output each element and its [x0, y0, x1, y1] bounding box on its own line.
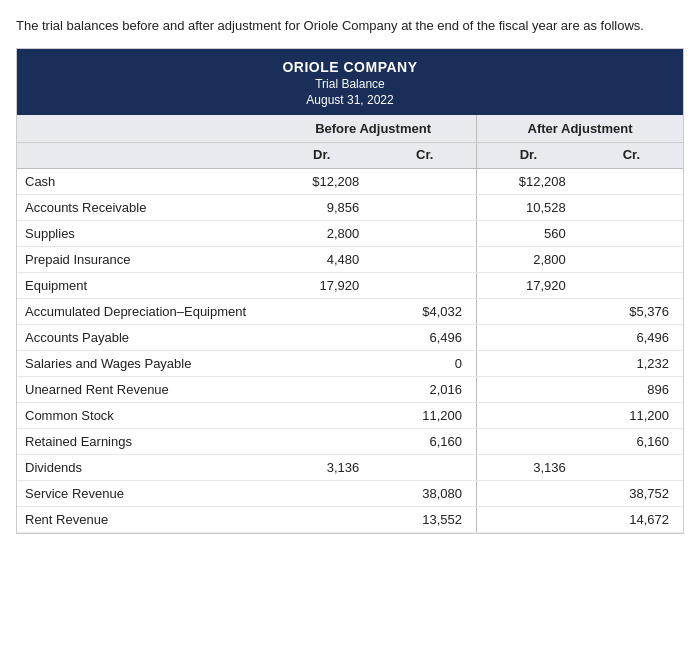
table-header: ORIOLE COMPANY Trial Balance August 31, … — [17, 49, 683, 115]
table-row: Accounts Payable6,4966,496 — [17, 324, 683, 350]
row-label: Accounts Payable — [17, 324, 270, 350]
before-cr-cell — [373, 220, 476, 246]
table-row: Accumulated Depreciation–Equipment$4,032… — [17, 298, 683, 324]
after-adjustment-header: After Adjustment — [477, 115, 683, 143]
before-cr-cell: $4,032 — [373, 298, 476, 324]
after-dr-cell: 560 — [477, 220, 580, 246]
after-cr-cell: $5,376 — [580, 298, 683, 324]
before-cr-cell: 0 — [373, 350, 476, 376]
before-cr-cell: 11,200 — [373, 402, 476, 428]
company-name: ORIOLE COMPANY — [17, 59, 683, 75]
table-row: Cash$12,208$12,208 — [17, 168, 683, 194]
after-dr-cell: 17,920 — [477, 272, 580, 298]
report-title: Trial Balance — [17, 77, 683, 91]
table-row: Retained Earnings6,1606,160 — [17, 428, 683, 454]
before-dr-cell — [270, 506, 373, 532]
before-cr-header: Cr. — [373, 142, 476, 168]
before-dr-cell — [270, 480, 373, 506]
after-dr-cell: 2,800 — [477, 246, 580, 272]
after-dr-cell — [477, 298, 580, 324]
after-dr-cell — [477, 324, 580, 350]
after-dr-cell — [477, 480, 580, 506]
row-label: Unearned Rent Revenue — [17, 376, 270, 402]
before-dr-cell: $12,208 — [270, 168, 373, 194]
row-label: Prepaid Insurance — [17, 246, 270, 272]
label-header-cell — [17, 115, 270, 143]
intro-text: The trial balances before and after adju… — [16, 16, 684, 36]
dr-cr-header-row: Dr. Cr. Dr. Cr. — [17, 142, 683, 168]
dr-cr-label-spacer — [17, 142, 270, 168]
row-label: Accumulated Depreciation–Equipment — [17, 298, 270, 324]
row-label: Retained Earnings — [17, 428, 270, 454]
table-row: Service Revenue38,08038,752 — [17, 480, 683, 506]
trial-balance-table: ORIOLE COMPANY Trial Balance August 31, … — [16, 48, 684, 534]
before-dr-cell: 4,480 — [270, 246, 373, 272]
before-dr-cell — [270, 428, 373, 454]
before-dr-cell: 9,856 — [270, 194, 373, 220]
before-cr-cell: 6,160 — [373, 428, 476, 454]
table-row: Accounts Receivable9,85610,528 — [17, 194, 683, 220]
after-cr-cell — [580, 194, 683, 220]
column-group-header-row: Before Adjustment After Adjustment — [17, 115, 683, 143]
after-cr-cell: 896 — [580, 376, 683, 402]
after-cr-cell — [580, 168, 683, 194]
after-dr-cell — [477, 506, 580, 532]
after-dr-cell — [477, 350, 580, 376]
row-label: Cash — [17, 168, 270, 194]
before-cr-cell: 38,080 — [373, 480, 476, 506]
before-cr-cell: 6,496 — [373, 324, 476, 350]
row-label: Salaries and Wages Payable — [17, 350, 270, 376]
before-dr-cell: 17,920 — [270, 272, 373, 298]
before-dr-cell — [270, 376, 373, 402]
before-adjustment-header: Before Adjustment — [270, 115, 476, 143]
after-cr-cell: 38,752 — [580, 480, 683, 506]
report-date: August 31, 2022 — [17, 93, 683, 107]
before-dr-cell — [270, 324, 373, 350]
before-dr-cell — [270, 350, 373, 376]
row-label: Supplies — [17, 220, 270, 246]
table-row: Salaries and Wages Payable01,232 — [17, 350, 683, 376]
row-label: Dividends — [17, 454, 270, 480]
table-row: Equipment17,92017,920 — [17, 272, 683, 298]
table-row: Unearned Rent Revenue2,016896 — [17, 376, 683, 402]
after-dr-cell — [477, 402, 580, 428]
after-cr-cell: 6,496 — [580, 324, 683, 350]
row-label: Rent Revenue — [17, 506, 270, 532]
after-cr-cell: 1,232 — [580, 350, 683, 376]
table-row: Dividends3,1363,136 — [17, 454, 683, 480]
before-dr-cell — [270, 402, 373, 428]
after-cr-cell: 11,200 — [580, 402, 683, 428]
table-row: Common Stock11,20011,200 — [17, 402, 683, 428]
after-cr-cell — [580, 246, 683, 272]
after-dr-header: Dr. — [477, 142, 580, 168]
table-row: Rent Revenue13,55214,672 — [17, 506, 683, 532]
table-row: Supplies2,800560 — [17, 220, 683, 246]
row-label: Equipment — [17, 272, 270, 298]
before-dr-header: Dr. — [270, 142, 373, 168]
before-dr-cell: 3,136 — [270, 454, 373, 480]
before-cr-cell — [373, 168, 476, 194]
after-cr-header: Cr. — [580, 142, 683, 168]
row-label: Common Stock — [17, 402, 270, 428]
table-row: Prepaid Insurance4,4802,800 — [17, 246, 683, 272]
after-cr-cell: 14,672 — [580, 506, 683, 532]
before-cr-cell — [373, 272, 476, 298]
row-label: Service Revenue — [17, 480, 270, 506]
after-dr-cell: 3,136 — [477, 454, 580, 480]
after-cr-cell — [580, 454, 683, 480]
before-cr-cell — [373, 194, 476, 220]
after-cr-cell — [580, 272, 683, 298]
before-cr-cell: 13,552 — [373, 506, 476, 532]
after-dr-cell: 10,528 — [477, 194, 580, 220]
before-cr-cell — [373, 454, 476, 480]
row-label: Accounts Receivable — [17, 194, 270, 220]
after-cr-cell: 6,160 — [580, 428, 683, 454]
after-dr-cell — [477, 376, 580, 402]
after-cr-cell — [580, 220, 683, 246]
before-cr-cell: 2,016 — [373, 376, 476, 402]
before-dr-cell — [270, 298, 373, 324]
after-dr-cell: $12,208 — [477, 168, 580, 194]
before-cr-cell — [373, 246, 476, 272]
after-dr-cell — [477, 428, 580, 454]
before-dr-cell: 2,800 — [270, 220, 373, 246]
